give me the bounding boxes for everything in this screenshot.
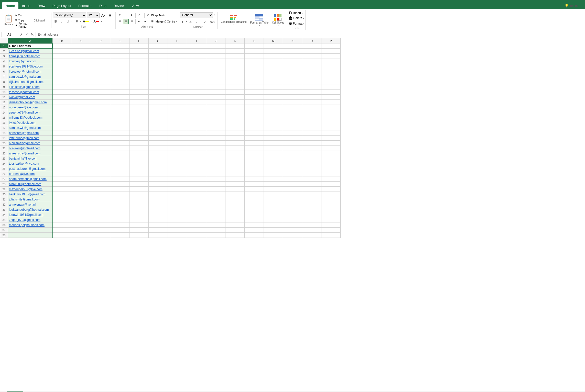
cell-k7[interactable] bbox=[225, 74, 245, 79]
cell-g22[interactable] bbox=[149, 151, 168, 156]
cell-k2[interactable] bbox=[225, 49, 245, 54]
cell-d14[interactable] bbox=[91, 110, 110, 115]
cell-k18[interactable] bbox=[225, 130, 245, 136]
row-header-21[interactable]: 21 bbox=[0, 146, 8, 151]
cell-p3[interactable] bbox=[321, 54, 341, 59]
col-header-a[interactable]: A bbox=[8, 38, 53, 43]
cell-n26[interactable] bbox=[283, 171, 302, 176]
cell-e32[interactable] bbox=[110, 202, 129, 207]
cell-k17[interactable] bbox=[225, 125, 245, 130]
cell-d5[interactable] bbox=[91, 64, 110, 69]
cell-f32[interactable] bbox=[129, 202, 149, 207]
cell-l13[interactable] bbox=[245, 105, 264, 110]
cell-f7[interactable] bbox=[129, 74, 149, 79]
cell-l14[interactable] bbox=[245, 110, 264, 115]
cell-g31[interactable] bbox=[149, 197, 168, 202]
underline-dropdown[interactable]: ▾ bbox=[71, 20, 72, 23]
tab-view[interactable]: View bbox=[128, 2, 142, 9]
cell-g5[interactable] bbox=[149, 64, 168, 69]
cell-f22[interactable] bbox=[129, 151, 149, 156]
italic-button[interactable]: I bbox=[59, 19, 65, 24]
cell-d7[interactable] bbox=[91, 74, 110, 79]
cell-h9[interactable] bbox=[168, 84, 187, 89]
cell-b3[interactable] bbox=[53, 54, 72, 59]
cell-j9[interactable] bbox=[206, 84, 225, 89]
cell-i3[interactable] bbox=[187, 54, 206, 59]
cell-l12[interactable] bbox=[245, 100, 264, 105]
cell-n36[interactable] bbox=[283, 222, 302, 228]
cell-f12[interactable] bbox=[129, 100, 149, 105]
row-header-38[interactable]: 38 bbox=[0, 233, 8, 238]
cell-c34[interactable] bbox=[72, 212, 91, 217]
insert-button[interactable]: Insert bbox=[293, 11, 301, 15]
cell-f35[interactable] bbox=[129, 217, 149, 222]
align-right-button[interactable]: ☰ bbox=[129, 19, 135, 24]
cell-o19[interactable] bbox=[302, 136, 321, 141]
cell-styles-dropdown[interactable]: ▾ bbox=[278, 24, 279, 26]
borders-dropdown[interactable]: ▾ bbox=[80, 20, 81, 23]
row-header-29[interactable]: 29 bbox=[0, 187, 8, 192]
cell-e1[interactable] bbox=[110, 43, 129, 49]
cell-h34[interactable] bbox=[168, 212, 187, 217]
cell-h23[interactable] bbox=[168, 156, 187, 161]
cell-k27[interactable] bbox=[225, 176, 245, 182]
cell-o16[interactable] bbox=[302, 120, 321, 125]
cell-d25[interactable] bbox=[91, 166, 110, 171]
cell-f37[interactable] bbox=[129, 228, 149, 233]
cell-m17[interactable] bbox=[264, 125, 283, 130]
cell-n17[interactable] bbox=[283, 125, 302, 130]
cell-l30[interactable] bbox=[245, 192, 264, 197]
cell-j38[interactable] bbox=[206, 233, 225, 238]
row-header-8[interactable]: 8 bbox=[0, 79, 8, 84]
cell-c29[interactable] bbox=[72, 187, 91, 192]
number-format-dropdown[interactable]: ▾ bbox=[214, 14, 215, 16]
cell-a25[interactable]: postma.lauren@gmail.com bbox=[8, 166, 53, 171]
cell-h31[interactable] bbox=[168, 197, 187, 202]
cell-h26[interactable] bbox=[168, 171, 187, 176]
cell-d21[interactable] bbox=[91, 146, 110, 151]
cell-c38[interactable] bbox=[72, 233, 91, 238]
conditional-formatting-button[interactable]: Conditional Formatting ▾ bbox=[220, 13, 248, 27]
cell-n9[interactable] bbox=[283, 84, 302, 89]
cell-m27[interactable] bbox=[264, 176, 283, 182]
cell-m9[interactable] bbox=[264, 84, 283, 89]
align-top-button[interactable]: ⬆ bbox=[117, 13, 123, 18]
align-middle-button[interactable]: ↕ bbox=[123, 13, 129, 18]
cell-k19[interactable] bbox=[225, 136, 245, 141]
cell-d33[interactable] bbox=[91, 207, 110, 212]
cell-c18[interactable] bbox=[72, 130, 91, 136]
cell-h30[interactable] bbox=[168, 192, 187, 197]
cell-g1[interactable] bbox=[149, 43, 168, 49]
row-header-35[interactable]: 35 bbox=[0, 217, 8, 222]
cell-d4[interactable] bbox=[91, 59, 110, 64]
cell-b1[interactable] bbox=[53, 43, 72, 49]
cell-f13[interactable] bbox=[129, 105, 149, 110]
cell-n2[interactable] bbox=[283, 49, 302, 54]
cell-i19[interactable] bbox=[187, 136, 206, 141]
cell-j19[interactable] bbox=[206, 136, 225, 141]
cell-j13[interactable] bbox=[206, 105, 225, 110]
cell-h24[interactable] bbox=[168, 161, 187, 166]
font-family-select[interactable]: Calibri (Body) bbox=[53, 13, 86, 18]
cell-i34[interactable] bbox=[187, 212, 206, 217]
cell-h5[interactable] bbox=[168, 64, 187, 69]
cell-c33[interactable] bbox=[72, 207, 91, 212]
tab-page-layout[interactable]: Page Layout bbox=[49, 2, 75, 9]
cell-p6[interactable] bbox=[321, 69, 341, 74]
cell-i33[interactable] bbox=[187, 207, 206, 212]
cell-f5[interactable] bbox=[129, 64, 149, 69]
cell-e35[interactable] bbox=[110, 217, 129, 222]
cell-e28[interactable] bbox=[110, 182, 129, 187]
cell-k15[interactable] bbox=[225, 115, 245, 120]
cell-g35[interactable] bbox=[149, 217, 168, 222]
cell-m29[interactable] bbox=[264, 187, 283, 192]
cell-c9[interactable] bbox=[72, 84, 91, 89]
cell-o36[interactable] bbox=[302, 222, 321, 228]
cell-g32[interactable] bbox=[149, 202, 168, 207]
cell-g37[interactable] bbox=[149, 228, 168, 233]
cell-j21[interactable] bbox=[206, 146, 225, 151]
cell-g23[interactable] bbox=[149, 156, 168, 161]
cell-g3[interactable] bbox=[149, 54, 168, 59]
cell-n27[interactable] bbox=[283, 176, 302, 182]
cell-h20[interactable] bbox=[168, 141, 187, 146]
